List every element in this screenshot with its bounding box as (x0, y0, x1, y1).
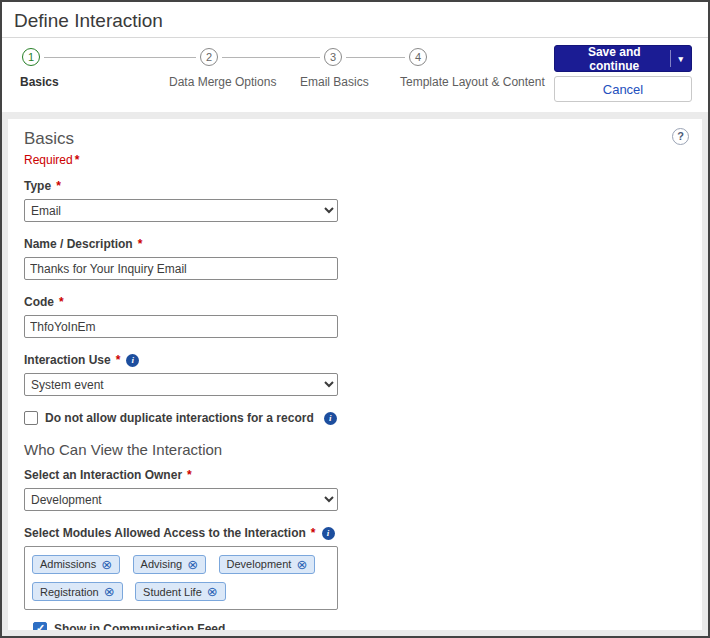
interaction-owner-field: Select an Interaction Owner* Development (24, 468, 686, 511)
required-asterisk: * (138, 237, 143, 251)
view-section-heading: Who Can View the Interaction (24, 441, 686, 458)
required-asterisk: * (75, 153, 80, 167)
required-asterisk: * (311, 526, 316, 540)
communication-feed-checkbox-label[interactable]: Show in Communication Feed (54, 622, 225, 630)
code-label-text: Code (24, 295, 54, 309)
communication-feed-checkbox-row: Show in Communication Feed (33, 622, 686, 630)
step-2-label[interactable]: Data Merge Options (169, 75, 276, 89)
panel-heading: Basics (24, 129, 686, 149)
info-icon[interactable]: i (322, 527, 335, 540)
interaction-owner-select[interactable]: Development (24, 488, 338, 511)
save-split-divider (670, 50, 671, 67)
page-header: Define Interaction 1 2 3 4 Basics Data M… (2, 2, 708, 112)
chip-remove-icon[interactable]: ⊗ (187, 558, 198, 571)
code-input[interactable] (24, 315, 338, 338)
required-note-text: Required (24, 153, 73, 167)
name-description-field: Name / Description* (24, 237, 686, 280)
name-description-label-text: Name / Description (24, 237, 133, 251)
chip-label: Student Life (143, 586, 202, 598)
wizard-stepper: 1 2 3 4 Basics Data Merge Options Email … (2, 38, 708, 112)
info-icon[interactable]: i (324, 412, 337, 425)
type-select[interactable]: Email (24, 199, 338, 222)
interaction-use-select[interactable]: System event (24, 373, 338, 396)
chip-remove-icon[interactable]: ⊗ (101, 558, 112, 571)
step-connector-1 (44, 57, 196, 58)
type-field: Type* Email (24, 179, 686, 222)
code-field: Code* (24, 295, 686, 338)
duplicate-checkbox-label[interactable]: Do not allow duplicate interactions for … (45, 411, 314, 425)
required-asterisk: * (56, 179, 61, 193)
chip-remove-icon[interactable]: ⊗ (207, 585, 218, 598)
interaction-owner-label-text: Select an Interaction Owner (24, 468, 182, 482)
interaction-use-field: Interaction Use*i System event (24, 353, 686, 396)
code-label: Code* (24, 295, 686, 309)
step-4-label[interactable]: Template Layout & Content (400, 75, 545, 89)
save-and-continue-button[interactable]: Save and continue ▾ (554, 45, 692, 72)
step-4-indicator[interactable]: 4 (409, 48, 427, 66)
type-label-text: Type (24, 179, 51, 193)
step-1-indicator[interactable]: 1 (22, 48, 40, 66)
chip-development: Development⊗ (219, 555, 316, 574)
modules-label-text: Select Modules Allowed Access to the Int… (24, 526, 306, 540)
required-asterisk: * (59, 295, 64, 309)
info-icon[interactable]: i (126, 354, 139, 367)
chip-admissions: Admissions⊗ (32, 555, 120, 574)
save-and-continue-label: Save and continue (563, 45, 665, 73)
interaction-owner-label: Select an Interaction Owner* (24, 468, 686, 482)
basics-panel: ? Basics Required* Type* Email Name / De… (8, 119, 702, 630)
chip-advising: Advising⊗ (133, 555, 206, 574)
chip-label: Admissions (40, 558, 96, 570)
modules-chips-box[interactable]: Admissions⊗ Advising⊗ Development⊗ Regis… (24, 546, 338, 610)
interaction-use-label-text: Interaction Use (24, 353, 111, 367)
save-dropdown-caret-icon[interactable]: ▾ (678, 54, 683, 64)
communication-feed-checkbox[interactable] (33, 622, 47, 630)
page-title: Define Interaction (2, 2, 708, 38)
step-3-indicator[interactable]: 3 (324, 48, 342, 66)
step-connector-3 (346, 57, 405, 58)
chip-student-life: Student Life⊗ (135, 582, 226, 601)
modules-field: Select Modules Allowed Access to the Int… (24, 526, 686, 610)
required-asterisk: * (116, 353, 121, 367)
step-3-label[interactable]: Email Basics (300, 75, 369, 89)
name-description-label: Name / Description* (24, 237, 686, 251)
type-label: Type* (24, 179, 686, 193)
chip-label: Development (227, 558, 292, 570)
step-connector-2 (222, 57, 320, 58)
cancel-button[interactable]: Cancel (554, 76, 692, 102)
duplicate-checkbox[interactable] (24, 411, 38, 425)
duplicate-checkbox-row: Do not allow duplicate interactions for … (24, 411, 686, 425)
required-asterisk: * (187, 468, 192, 482)
interaction-use-label: Interaction Use*i (24, 353, 686, 367)
step-2-indicator[interactable]: 2 (200, 48, 218, 66)
chip-label: Advising (141, 558, 183, 570)
chip-remove-icon[interactable]: ⊗ (104, 585, 115, 598)
content-area: ? Basics Required* Type* Email Name / De… (2, 112, 708, 636)
help-icon[interactable]: ? (672, 128, 689, 145)
modules-label: Select Modules Allowed Access to the Int… (24, 526, 686, 540)
required-note: Required* (24, 153, 686, 167)
name-description-input[interactable] (24, 257, 338, 280)
chip-remove-icon[interactable]: ⊗ (296, 558, 307, 571)
chip-label: Registration (40, 586, 99, 598)
step-1-label[interactable]: Basics (20, 75, 59, 89)
chip-registration: Registration⊗ (32, 582, 123, 601)
